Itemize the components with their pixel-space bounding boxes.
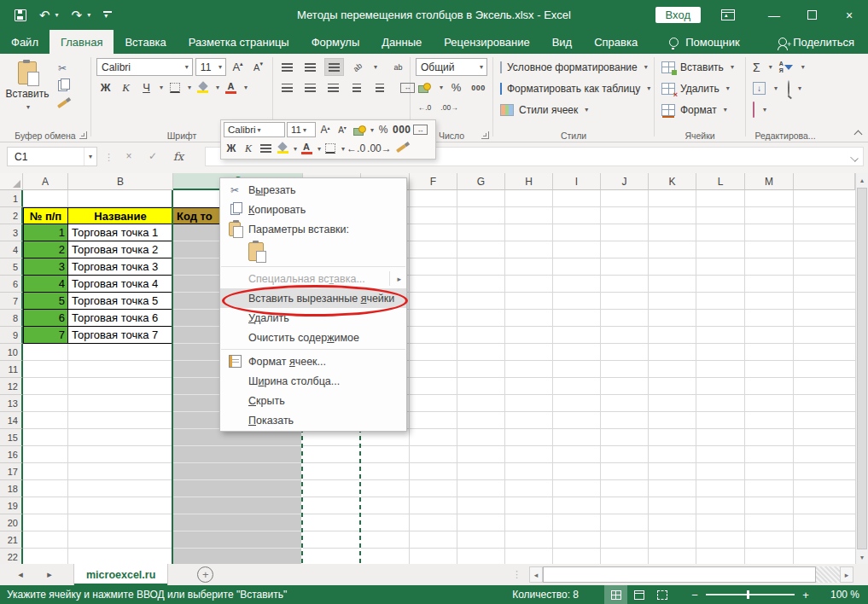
count-badge[interactable]: Количество: 8	[512, 589, 579, 601]
view-normal-button[interactable]	[604, 585, 627, 604]
column-header-blank[interactable]	[794, 173, 855, 190]
fill-button[interactable]: ↓	[753, 82, 766, 95]
tab-Справка[interactable]: Справка	[583, 30, 649, 54]
cell-B4[interactable]: Торговая точка 2	[68, 241, 173, 258]
row-header-7[interactable]: 7	[0, 293, 23, 310]
wrap-text-button[interactable]: ab	[389, 59, 407, 75]
format-painter-button[interactable]	[51, 96, 73, 111]
accounting-format-button[interactable]	[416, 79, 434, 96]
column-header-I[interactable]: I	[553, 173, 601, 190]
mini-font-name-select[interactable]: Calibri ▾	[224, 122, 285, 137]
clipboard-dialog-launcher[interactable]	[79, 131, 87, 139]
mini-format-painter-button[interactable]	[393, 141, 409, 156]
format-button[interactable]: Формат ▾	[658, 99, 742, 120]
collapse-ribbon-button[interactable]	[854, 130, 861, 136]
tab-Файл[interactable]: Файл	[0, 30, 50, 54]
paste-option-icon[interactable]	[248, 242, 264, 261]
menu-item-unhide[interactable]: Показать	[220, 410, 406, 430]
mini-font-color-button[interactable]: А	[299, 141, 314, 156]
mini-borders-button[interactable]	[323, 141, 338, 156]
menu-item-insert-cut-cells[interactable]: Вставить вырезанные ячейки	[220, 288, 406, 308]
row-header-15[interactable]: 15	[0, 429, 23, 446]
tab-Формулы[interactable]: Формулы	[300, 30, 371, 54]
tab-Данные[interactable]: Данные	[370, 30, 433, 54]
cell-B2[interactable]: Название	[68, 207, 173, 224]
scrollbar-resize-handle[interactable]	[816, 566, 840, 583]
row-header-16[interactable]: 16	[0, 446, 23, 463]
sheet-nav-right-icon[interactable]: ▸	[41, 569, 58, 580]
column-header-F[interactable]: F	[410, 173, 457, 190]
mini-increase-font-button[interactable]: A▴	[317, 122, 333, 137]
column-header-B[interactable]: B	[68, 173, 173, 190]
align-center-button[interactable]	[301, 79, 319, 96]
share-button[interactable]: + Поделиться	[778, 30, 868, 54]
borders-button[interactable]	[166, 79, 184, 96]
tab-scroll-splitter[interactable]: ⋮	[512, 569, 521, 580]
mini-percent-button[interactable]: %	[376, 122, 391, 137]
insert-cells-button[interactable]: Вставить ▾	[658, 56, 742, 78]
font-size-select[interactable]: 11 ▾	[195, 58, 226, 76]
row-header-18[interactable]: 18	[0, 480, 23, 497]
row-header-10[interactable]: 10	[0, 344, 23, 361]
align-middle-button[interactable]	[301, 59, 319, 75]
fill-color-button[interactable]	[194, 79, 212, 96]
menu-item-delete[interactable]: Удалить	[220, 308, 406, 328]
undo-caret-icon[interactable]: ▾	[55, 11, 59, 19]
row-header-19[interactable]: 19	[0, 497, 23, 514]
column-header-M[interactable]: M	[745, 173, 794, 190]
expand-formula-bar-icon[interactable]	[850, 154, 859, 162]
align-right-button[interactable]	[324, 79, 342, 96]
column-header-H[interactable]: H	[505, 173, 553, 190]
number-dialog-launcher[interactable]	[481, 131, 489, 139]
mini-merge-button[interactable]: ↔	[413, 122, 428, 137]
row-header-4[interactable]: 4	[0, 241, 23, 258]
mini-font-size-select[interactable]: 11 ▾	[287, 122, 316, 137]
row-header-11[interactable]: 11	[0, 361, 23, 378]
row-header-6[interactable]: 6	[0, 276, 23, 293]
decrease-decimal-button[interactable]: .00→	[440, 99, 458, 115]
cancel-icon[interactable]: ×	[119, 150, 138, 162]
undo-icon[interactable]: ↶	[39, 9, 50, 21]
row-header-12[interactable]: 12	[0, 378, 23, 395]
cell-A9[interactable]: 7	[23, 327, 68, 344]
zoom-slider-thumb[interactable]	[747, 590, 749, 599]
tab-Главная[interactable]: Главная	[50, 30, 114, 54]
cell-B6[interactable]: Торговая точка 4	[68, 276, 173, 293]
sheet-nav-left-icon[interactable]: ◂	[12, 569, 29, 580]
minimize-button[interactable]: —	[755, 0, 793, 30]
sheet-tab[interactable]: microexcel.ru	[73, 564, 168, 585]
underline-button[interactable]: Ч	[137, 79, 155, 96]
paste-button[interactable]: Вставить ▾	[3, 56, 51, 130]
increase-indent-button[interactable]	[370, 79, 388, 96]
row-header-5[interactable]: 5	[0, 258, 23, 276]
cell-A6[interactable]: 4	[23, 276, 68, 293]
menu-item-format-cells[interactable]: Формат ячеек...	[220, 351, 406, 371]
row-header-8[interactable]: 8	[0, 310, 23, 327]
row-header-9[interactable]: 9	[0, 327, 23, 344]
name-box[interactable]: C1 ▾	[7, 147, 97, 166]
cell-styles-button[interactable]: Стили ячеек ▾	[497, 99, 650, 120]
mini-comma-button[interactable]: 000	[393, 122, 411, 137]
autosum-button[interactable]: Σ	[753, 61, 760, 74]
menu-item-hide[interactable]: Скрыть	[220, 391, 406, 410]
column-header-K[interactable]: K	[649, 173, 696, 190]
cell-B9[interactable]: Торговая точка 7	[68, 327, 173, 344]
sort-filter-button[interactable]: АЯ	[779, 61, 793, 73]
cell-B8[interactable]: Торговая точка 6	[68, 310, 173, 327]
scroll-down-icon[interactable]: ▾	[856, 550, 868, 564]
number-format-select[interactable]: Общий ▾	[416, 58, 487, 76]
menu-item-cut[interactable]: ✂Вырезать	[220, 180, 406, 200]
add-sheet-button[interactable]: +	[197, 566, 213, 583]
align-left-button[interactable]	[278, 79, 296, 96]
mini-accounting-button[interactable]	[352, 122, 367, 137]
font-color-button[interactable]: А	[222, 79, 240, 96]
column-header-A[interactable]: A	[23, 173, 68, 190]
view-page-layout-button[interactable]	[627, 585, 650, 604]
row-header-14[interactable]: 14	[0, 412, 23, 429]
cell-A7[interactable]: 5	[23, 293, 68, 310]
zoom-in-button[interactable]: +	[796, 589, 815, 601]
zoom-out-button[interactable]: −	[685, 589, 704, 601]
decrease-font-button[interactable]: A▾	[249, 59, 267, 75]
signin-button[interactable]: Вход	[655, 7, 701, 23]
copy-button[interactable]	[51, 78, 73, 93]
